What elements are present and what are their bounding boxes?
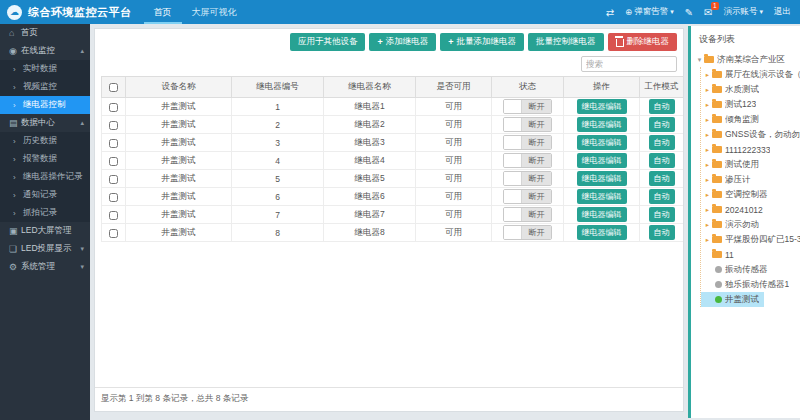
row-checkbox[interactable]	[109, 229, 118, 238]
relay-edit-button[interactable]: 继电器编辑	[577, 171, 627, 186]
tree-item-sensor[interactable]: 独乐振动传感器1	[701, 277, 800, 292]
work-mode-button[interactable]: 自动	[649, 207, 675, 222]
sidebar-item-notify-log[interactable]: › 通知记录	[0, 186, 90, 204]
nav-tab-home[interactable]: 首页	[144, 0, 182, 24]
row-checkbox[interactable]	[109, 211, 118, 220]
tree-root[interactable]: ▾ 济南某综合产业区	[691, 52, 800, 67]
search-input[interactable]	[581, 56, 677, 72]
trash-icon	[616, 39, 624, 47]
add-relay-button[interactable]: + 添加继电器	[369, 33, 436, 51]
swap-icon[interactable]: ⇄	[606, 7, 614, 18]
toggle-handle	[504, 118, 522, 131]
relay-state-toggle[interactable]: 断开	[503, 153, 552, 168]
row-checkbox[interactable]	[109, 193, 118, 202]
tree-item-sensor-selected[interactable]: 井盖测试	[701, 292, 764, 307]
tree-item[interactable]: ▸渗压计	[701, 172, 800, 187]
toggle-off-label: 断开	[522, 118, 551, 131]
table-row: 井盖测试 5 继电器5 可用 断开 继电器编辑 自动	[102, 170, 684, 188]
home-icon: ⌂	[9, 28, 21, 38]
tree-item[interactable]: ▸测试使用	[701, 157, 800, 172]
sidebar-item-realtime-data[interactable]: › 实时数据	[0, 60, 90, 78]
relay-state-toggle[interactable]: 断开	[503, 225, 552, 240]
work-mode-button[interactable]: 自动	[649, 225, 675, 240]
row-checkbox[interactable]	[109, 103, 118, 112]
sidebar-item-relay-op-log[interactable]: › 继电器操作记录	[0, 168, 90, 186]
batch-add-relay-button[interactable]: + 批量添加继电器	[440, 33, 524, 51]
relay-edit-button[interactable]: 继电器编辑	[577, 225, 627, 240]
tree-item[interactable]: ▸测试123	[701, 97, 800, 112]
sidebar-item-history-data[interactable]: › 历史数据	[0, 132, 90, 150]
work-mode-button[interactable]: 自动	[649, 189, 675, 204]
work-mode-button[interactable]: 自动	[649, 135, 675, 150]
select-all-checkbox[interactable]	[109, 83, 118, 92]
relay-edit-button[interactable]: 继电器编辑	[577, 153, 627, 168]
button-label: 添加继电器	[386, 36, 429, 48]
relay-state-toggle[interactable]: 断开	[503, 117, 552, 132]
tree-item[interactable]: ▸倾角监测	[701, 112, 800, 127]
device-tree: ▾ 济南某综合产业区 ▸展厅在线演示设备（勿动） ▸水质测试 ▸测试123 ▸倾…	[691, 52, 800, 307]
relay-state-toggle[interactable]: 断开	[503, 171, 552, 186]
relay-edit-button[interactable]: 继电器编辑	[577, 99, 627, 114]
tree-item[interactable]: ▸20241012	[701, 202, 800, 217]
relay-state-toggle[interactable]: 断开	[503, 135, 552, 150]
account-dropdown[interactable]: 演示账号 ▾	[723, 6, 763, 18]
tree-item[interactable]: ▸演示勿动	[701, 217, 800, 232]
notifications-button[interactable]: ✉ 1	[704, 7, 712, 18]
tree-item[interactable]: ▸水质测试	[701, 82, 800, 97]
relay-edit-button[interactable]: 继电器编辑	[577, 117, 627, 132]
work-mode-button[interactable]: 自动	[649, 117, 675, 132]
sidebar-group-system[interactable]: ⚙ 系统管理 ▾	[0, 258, 90, 276]
relay-edit-button[interactable]: 继电器编辑	[577, 207, 627, 222]
sidebar-group-online-monitor[interactable]: ◉ 在线监控 ▴	[0, 42, 90, 60]
sidebar-item-led-manage[interactable]: ▣ LED大屏管理	[0, 222, 90, 240]
work-mode-button[interactable]: 自动	[649, 153, 675, 168]
toggle-handle	[504, 190, 522, 203]
caret-down-icon: ▾	[670, 8, 674, 16]
tree-item[interactable]: 11	[701, 247, 800, 262]
alarm-dropdown[interactable]: ⊕ 弹窗告警 ▾	[625, 6, 674, 18]
col-relay-name: 继电器名称	[324, 77, 416, 98]
delete-relay-button[interactable]: 删除继电器	[608, 33, 678, 51]
sidebar-item-relay-control[interactable]: › 继电器控制	[0, 96, 90, 114]
relay-state-toggle[interactable]: 断开	[503, 189, 552, 204]
sidebar-item-alarm-data[interactable]: › 报警数据	[0, 150, 90, 168]
nav-tab-bigscreen[interactable]: 大屏可视化	[182, 0, 247, 24]
sidebar-item-home[interactable]: ⌂ 首页	[0, 24, 90, 42]
tree-item[interactable]: ▸空调控制器	[701, 187, 800, 202]
tree-item[interactable]: ▸平煤股份四矿已15-31010	[701, 232, 800, 247]
logout-button[interactable]: 退出	[774, 6, 791, 18]
work-mode-button[interactable]: 自动	[649, 171, 675, 186]
tree-label: 井盖测试	[725, 294, 759, 306]
relay-edit-button[interactable]: 继电器编辑	[577, 135, 627, 150]
plus-icon: +	[377, 37, 382, 47]
available: 可用	[416, 170, 492, 188]
tree-item-sensor[interactable]: 振动传感器	[701, 262, 800, 277]
apply-other-devices-button[interactable]: 应用于其他设备	[290, 33, 366, 51]
row-checkbox[interactable]	[109, 121, 118, 130]
sidebar-item-snapshot-log[interactable]: › 抓拍记录	[0, 204, 90, 222]
chevron-right-icon: ›	[13, 83, 23, 92]
row-checkbox[interactable]	[109, 175, 118, 184]
tree-item[interactable]: ▸1111222333	[701, 142, 800, 157]
sidebar-label: 实时数据	[23, 63, 57, 75]
row-checkbox[interactable]	[109, 139, 118, 148]
table-row: 井盖测试 7 继电器7 可用 断开 继电器编辑 自动	[102, 206, 684, 224]
batch-control-relay-button[interactable]: 批量控制继电器	[528, 33, 604, 51]
toggle-handle	[504, 100, 522, 113]
row-checkbox[interactable]	[109, 157, 118, 166]
tree-item[interactable]: ▸GNSS设备，勿动勿改	[701, 127, 800, 142]
relay-no: 5	[232, 170, 324, 188]
relay-state-toggle[interactable]: 断开	[503, 207, 552, 222]
edit-icon[interactable]: ✎	[685, 7, 693, 18]
sidebar-item-video-monitor[interactable]: › 视频监控	[0, 78, 90, 96]
relay-no: 1	[232, 98, 324, 116]
sidebar-group-led-display[interactable]: ❏ LED投屏显示 ▾	[0, 240, 90, 258]
work-mode-button[interactable]: 自动	[649, 99, 675, 114]
device-name: 井盖测试	[126, 170, 232, 188]
tree-item[interactable]: ▸展厅在线演示设备（勿动）	[701, 67, 800, 82]
relay-state-toggle[interactable]: 断开	[503, 99, 552, 114]
sidebar-group-data-center[interactable]: ▤ 数据中心 ▴	[0, 114, 90, 132]
relay-edit-button[interactable]: 继电器编辑	[577, 189, 627, 204]
device-name: 井盖测试	[126, 188, 232, 206]
tree-label: 济南某综合产业区	[717, 54, 785, 66]
